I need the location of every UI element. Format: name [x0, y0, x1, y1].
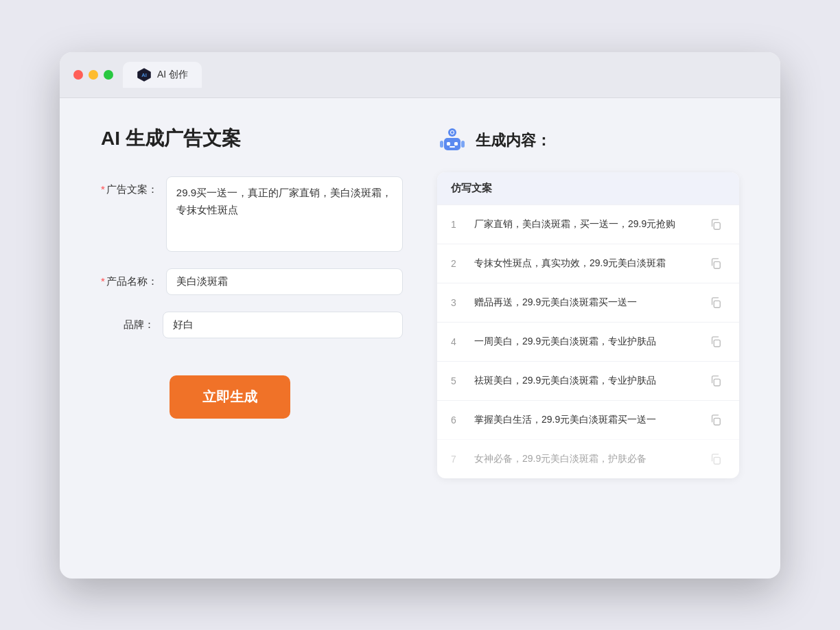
svg-point-10: [451, 131, 454, 134]
brand-field[interactable]: [163, 312, 403, 338]
result-header: 生成内容：: [437, 126, 739, 156]
maximize-button[interactable]: [104, 70, 113, 80]
svg-rect-12: [714, 261, 720, 268]
table-row: 2 专抹女性斑点，真实功效，29.9元美白淡斑霜: [437, 244, 739, 283]
row-num: 6: [451, 415, 465, 425]
row-num: 5: [451, 375, 465, 386]
minimize-button[interactable]: [89, 70, 98, 80]
svg-rect-13: [714, 301, 720, 307]
browser-window: AI AI 创作 AI 生成广告文案 *广告文案： 29.9买一送一，真正的厂家…: [60, 52, 780, 579]
row-num: 1: [451, 219, 465, 230]
svg-rect-11: [714, 222, 720, 229]
generate-button[interactable]: 立即生成: [170, 375, 290, 419]
product-name-field[interactable]: [166, 268, 403, 295]
svg-text:AI: AI: [141, 72, 147, 78]
copy-button-2[interactable]: [706, 254, 725, 273]
copy-button-7[interactable]: [706, 450, 725, 469]
svg-rect-5: [447, 142, 450, 145]
svg-rect-4: [444, 138, 460, 150]
table-row: 6 掌握美白生活，29.9元美白淡斑霜买一送一: [437, 400, 739, 439]
ad-copy-label: *广告文案：: [101, 176, 166, 196]
row-text: 祛斑美白，29.9元美白淡斑霜，专业护肤品: [474, 373, 697, 388]
required-star-1: *: [101, 183, 105, 195]
product-name-group: *产品名称：: [101, 268, 403, 295]
row-text: 一周美白，29.9元美白淡斑霜，专业护肤品: [474, 334, 697, 349]
left-panel: AI 生成广告文案 *广告文案： 29.9买一送一，真正的厂家直销，美白淡斑霜，…: [101, 126, 403, 551]
copy-button-5[interactable]: [706, 371, 725, 390]
right-panel: 生成内容： 仿写文案 1 厂家直销，美白淡斑霜，买一送一，29.9元抢购 2 专…: [437, 126, 739, 551]
brand-group: 品牌：: [101, 312, 403, 338]
product-name-label: *产品名称：: [101, 268, 166, 288]
copy-button-3[interactable]: [706, 293, 725, 312]
main-content: AI 生成广告文案 *广告文案： 29.9买一送一，真正的厂家直销，美白淡斑霜，…: [60, 98, 780, 579]
tab-label: AI 创作: [157, 69, 188, 81]
svg-rect-6: [454, 142, 458, 145]
svg-rect-7: [450, 146, 455, 148]
svg-rect-15: [714, 379, 720, 386]
row-text: 专抹女性斑点，真实功效，29.9元美白淡斑霜: [474, 256, 697, 270]
table-row: 4 一周美白，29.9元美白淡斑霜，专业护肤品: [437, 322, 739, 361]
row-num: 2: [451, 258, 465, 269]
brand-label: 品牌：: [101, 312, 163, 331]
close-button[interactable]: [73, 70, 83, 80]
result-title: 生成内容：: [476, 130, 551, 151]
table-header: 仿写文案: [437, 172, 739, 205]
ai-tab[interactable]: AI AI 创作: [123, 62, 202, 88]
page-title: AI 生成广告文案: [101, 126, 403, 152]
result-table: 仿写文案 1 厂家直销，美白淡斑霜，买一送一，29.9元抢购 2 专抹女性斑点，…: [437, 172, 739, 478]
table-row: 5 祛斑美白，29.9元美白淡斑霜，专业护肤品: [437, 361, 739, 400]
svg-rect-17: [714, 457, 720, 464]
traffic-lights: [73, 70, 113, 80]
copy-button-6[interactable]: [706, 410, 725, 430]
ad-copy-field[interactable]: 29.9买一送一，真正的厂家直销，美白淡斑霜，专抹女性斑点: [166, 176, 403, 252]
copy-button-1[interactable]: [706, 215, 725, 234]
ai-tab-icon: AI: [137, 67, 152, 82]
required-star-2: *: [101, 275, 105, 287]
table-row: 1 厂家直销，美白淡斑霜，买一送一，29.9元抢购: [437, 205, 739, 244]
svg-rect-8: [440, 141, 443, 148]
svg-rect-14: [714, 340, 720, 347]
table-row: 3 赠品再送，29.9元美白淡斑霜买一送一: [437, 283, 739, 322]
row-num: 4: [451, 336, 465, 347]
title-bar: AI AI 创作: [60, 52, 780, 98]
copy-button-4[interactable]: [706, 332, 725, 351]
row-text: 掌握美白生活，29.9元美白淡斑霜买一送一: [474, 412, 697, 427]
svg-rect-9: [461, 141, 465, 148]
row-text: 女神必备，29.9元美白淡斑霜，护肤必备: [474, 452, 697, 466]
svg-rect-16: [714, 418, 720, 425]
row-num: 7: [451, 454, 465, 465]
ad-copy-group: *广告文案： 29.9买一送一，真正的厂家直销，美白淡斑霜，专抹女性斑点: [101, 176, 403, 252]
robot-icon: [437, 126, 467, 156]
row-text: 赠品再送，29.9元美白淡斑霜买一送一: [474, 295, 697, 310]
row-text: 厂家直销，美白淡斑霜，买一送一，29.9元抢购: [474, 217, 697, 231]
table-row-faded: 7 女神必备，29.9元美白淡斑霜，护肤必备: [437, 439, 739, 478]
row-num: 3: [451, 297, 465, 308]
